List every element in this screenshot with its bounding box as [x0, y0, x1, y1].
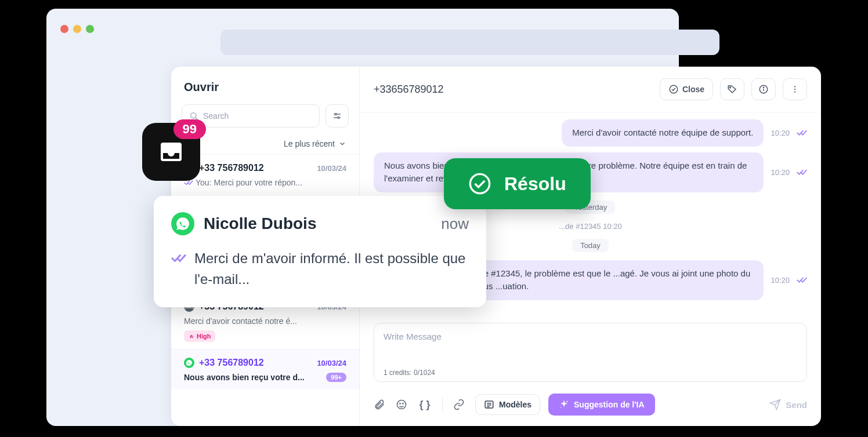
- window-controls: [60, 25, 94, 33]
- svg-point-10: [763, 87, 764, 88]
- conversation-name: +33 756789012: [199, 163, 312, 173]
- priority-icon: [189, 333, 194, 339]
- filter-button[interactable]: [326, 104, 349, 128]
- svg-point-23: [470, 174, 489, 193]
- info-button[interactable]: [751, 78, 776, 100]
- whatsapp-icon: [171, 212, 194, 235]
- popup-message-text: Merci de m'avoir informé. Il est possibl…: [194, 248, 469, 290]
- whatsapp-icon: [184, 358, 194, 368]
- svg-point-5: [338, 117, 339, 119]
- svg-point-15: [400, 403, 400, 404]
- svg-point-7: [729, 87, 730, 88]
- search-placeholder: Search: [203, 111, 229, 121]
- popup-time: now: [441, 215, 469, 233]
- conversation-item[interactable]: +33 756789012 10/03/24 Nous avons bien r…: [171, 349, 359, 389]
- ai-suggestion-button[interactable]: Suggestion de l'IA: [548, 394, 655, 416]
- tag-icon: [727, 84, 737, 94]
- inbox-icon: [157, 138, 185, 166]
- notification-popup[interactable]: Nicolle Dubois now Merci de m'avoir info…: [154, 196, 486, 307]
- inbox-tile[interactable]: 99: [142, 123, 200, 181]
- read-check-icon: [797, 276, 807, 283]
- send-icon: [769, 399, 781, 410]
- date-separator: Today: [572, 239, 609, 252]
- svg-point-16: [403, 403, 403, 404]
- inbox-badge: 99: [173, 119, 206, 139]
- conversation-date: 10/03/24: [317, 359, 346, 367]
- sliders-icon: [332, 111, 342, 121]
- message-time: 10:20: [771, 129, 790, 137]
- message-composer[interactable]: Write Message 1 credits: 0/1024: [374, 323, 807, 382]
- conversation-preview: Nous avons bien reçu votre d... 99+: [184, 373, 346, 382]
- message-time: 10:20: [771, 168, 790, 177]
- svg-point-12: [794, 89, 795, 90]
- divider: [442, 398, 443, 411]
- conversation-preview: You: Merci pour votre répon...: [184, 178, 346, 187]
- close-button[interactable]: Close: [660, 78, 713, 100]
- window-maximize-dot[interactable]: [86, 25, 94, 33]
- info-icon: [758, 84, 769, 94]
- priority-badge: High: [184, 330, 215, 342]
- chat-title: +33656789012: [374, 83, 653, 96]
- sort-label: Le plus récent: [284, 139, 335, 148]
- chat-header: +33656789012 Close: [360, 67, 821, 112]
- unread-count-badge: 99+: [326, 373, 346, 382]
- svg-point-11: [794, 86, 795, 87]
- send-button[interactable]: Send: [769, 399, 807, 410]
- svg-point-0: [191, 113, 196, 118]
- message-time: 10:20: [771, 276, 790, 285]
- window-close-dot[interactable]: [60, 25, 68, 33]
- resolved-badge: Résolu: [444, 158, 591, 209]
- read-check-icon: [797, 129, 807, 136]
- svg-point-22: [560, 407, 562, 409]
- composer-credits: 1 credits: 0/1024: [384, 369, 797, 377]
- models-button[interactable]: Modèles: [475, 394, 540, 415]
- window-minimize-dot[interactable]: [73, 25, 81, 33]
- tag-button[interactable]: [720, 78, 744, 100]
- conversation-preview: Merci d'avoir contacté notre é...: [184, 316, 346, 326]
- chevron-down-icon: [338, 140, 346, 148]
- attachment-button[interactable]: [374, 399, 388, 410]
- conversation-date: 10/03/24: [317, 164, 346, 173]
- message-bubble: Merci d'avoir contacté notre équipe de s…: [562, 119, 764, 147]
- composer-input[interactable]: Write Message: [384, 332, 797, 364]
- svg-point-4: [335, 114, 337, 115]
- link-button[interactable]: [453, 399, 467, 410]
- svg-point-14: [397, 400, 406, 409]
- popup-contact-name: Nicolle Dubois: [204, 214, 432, 233]
- read-check-icon: [797, 169, 807, 176]
- read-check-icon: [171, 253, 186, 263]
- conversation-name: +33 756789012: [199, 358, 312, 368]
- message-row: Merci d'avoir contacté notre équipe de s…: [374, 119, 807, 147]
- svg-point-6: [670, 85, 678, 93]
- template-icon: [484, 399, 494, 410]
- svg-point-21: [566, 401, 567, 402]
- sidebar-title: Ouvrir: [171, 81, 359, 104]
- resolved-label: Résolu: [504, 173, 566, 195]
- more-vertical-icon: [790, 84, 800, 94]
- emoji-button[interactable]: [396, 399, 410, 410]
- svg-point-13: [794, 91, 795, 92]
- more-button[interactable]: [783, 78, 807, 100]
- variables-button[interactable]: { }: [418, 399, 432, 411]
- url-bar[interactable]: [220, 30, 719, 55]
- sparkle-icon: [559, 399, 569, 410]
- composer-toolbar: { } Modèles Suggestion de l'IA Send: [360, 388, 821, 426]
- check-circle-icon: [668, 84, 679, 94]
- check-circle-icon: [468, 172, 491, 195]
